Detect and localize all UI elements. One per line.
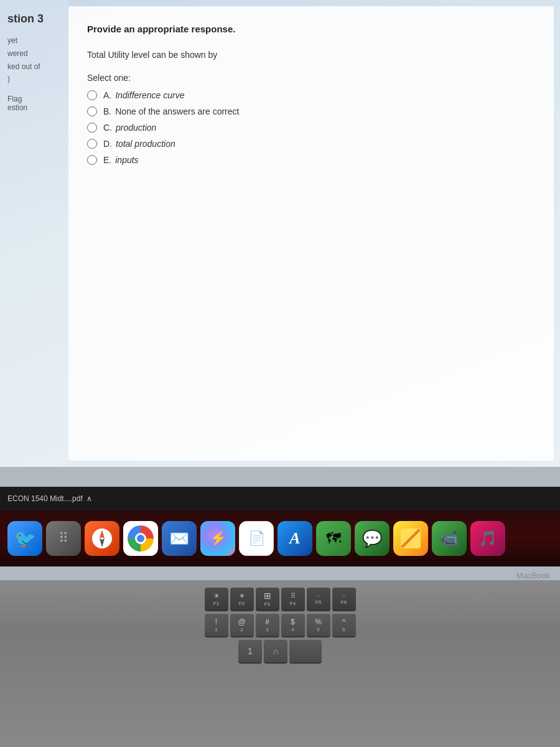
option-letter-0: A. (103, 90, 111, 100)
dock-icon-facetime[interactable]: 📹 (432, 521, 467, 556)
sidebar-status-answered: wered (7, 49, 61, 59)
option-e[interactable]: E.inputs (87, 155, 529, 165)
option-text-1: None of the answers are correct (115, 106, 239, 116)
dock-icon-finder[interactable]: 🐦 (7, 521, 42, 556)
key-f1[interactable]: ☀ F1 (205, 588, 228, 611)
key-hash[interactable]: # 3 (256, 614, 279, 637)
keyboard-bottom-row: 1 ∩ (6, 640, 554, 664)
keyboard-number-row: ! 1 @ 2 # 3 $ 4 % 5 ^ 6 (6, 614, 554, 637)
option-letter-1: B. (103, 106, 111, 116)
key-f3[interactable]: ⊞ F3 (256, 588, 279, 611)
dock-icon-compass[interactable] (85, 521, 119, 556)
sidebar-status-not-yet: yet (7, 35, 61, 46)
dock-icon-blank[interactable]: 📄 (239, 521, 274, 556)
macbook-brand-label: MacBook (516, 571, 550, 580)
sidebar-question-label: estion (7, 103, 61, 112)
key-1[interactable]: 1 (238, 640, 262, 664)
option-letter-4: E. (103, 155, 111, 165)
screen-area: stion 3 yet wered ked out of ) Flag esti… (0, 0, 560, 467)
option-text-2: production (116, 123, 156, 133)
sidebar-flag-label: Flag (7, 95, 61, 103)
option-letter-3: D. (103, 139, 112, 149)
dock-icon-siri[interactable]: ⚡ (200, 521, 235, 556)
key-2-letter[interactable]: ∩ (264, 640, 287, 664)
key-percent[interactable]: % 5 (307, 614, 330, 637)
question-text: Total Utility level can be shown by (87, 48, 529, 62)
option-text-4: inputs (115, 155, 138, 165)
question-instruction: Provide an appropriate response. (87, 24, 529, 34)
radio-e[interactable] (87, 155, 97, 165)
key-f2[interactable]: ☀ F2 (230, 588, 254, 611)
sidebar-flag[interactable]: Flag estion (7, 95, 61, 112)
key-dollar[interactable]: $ 4 (281, 614, 305, 637)
radio-d[interactable] (87, 139, 97, 149)
key-at[interactable]: @ 2 (230, 614, 254, 637)
taskbar-chevron[interactable]: ∧ (86, 494, 92, 503)
key-f5[interactable]: ·:· F5 (307, 588, 330, 611)
dock-icon-appstore[interactable]: A (278, 521, 312, 556)
sidebar-marked-out: ked out of (7, 62, 61, 72)
taskbar-label[interactable]: ECON 1540 Midt....pdf (7, 494, 83, 503)
option-letter-2: C. (103, 123, 112, 133)
dock-icon-launchpad[interactable]: ⠿ (46, 521, 81, 556)
option-text-3: total production (116, 139, 175, 149)
key-caret[interactable]: ^ 6 (332, 614, 356, 637)
dock-icon-notes[interactable] (393, 521, 428, 556)
key-f6[interactable]: ·:· F6 (332, 588, 356, 611)
sidebar: stion 3 yet wered ked out of ) Flag esti… (0, 0, 68, 467)
dock-icon-music[interactable]: 🎵 (470, 521, 505, 556)
radio-a[interactable] (87, 90, 97, 100)
option-text-0: Indifference curve (115, 90, 184, 100)
dock-icon-messages[interactable]: 💬 (355, 521, 390, 556)
key-exclaim[interactable]: ! 1 (205, 614, 228, 637)
radio-c[interactable] (87, 123, 97, 133)
option-c[interactable]: C.production (87, 123, 529, 133)
radio-b[interactable] (87, 106, 97, 116)
dock: 🐦 ⠿ ✉️ ⚡ 📄 A 🗺 💬 (0, 510, 560, 566)
sidebar-question-number: stion 3 (7, 12, 61, 26)
select-one-label: Select one: (87, 73, 529, 83)
option-b[interactable]: B.None of the answers are correct (87, 106, 529, 116)
main-content: Provide an appropriate response. Total U… (68, 6, 554, 461)
sidebar-marked-val: ) (7, 74, 61, 85)
dock-icon-mail[interactable]: ✉️ (162, 521, 197, 556)
dock-icon-maps[interactable]: 🗺 (316, 521, 351, 556)
dock-icon-chrome[interactable] (123, 521, 158, 556)
taskbar: ECON 1540 Midt....pdf ∧ (0, 487, 560, 510)
options-list: A.Indifference curveB.None of the answer… (87, 90, 529, 165)
key-f4[interactable]: ⠿ F4 (281, 588, 305, 611)
keyboard-fn-row: ☀ F1 ☀ F2 ⊞ F3 ⠿ F4 ·:· F5 ·:· F6 (6, 588, 554, 611)
option-a[interactable]: A.Indifference curve (87, 90, 529, 100)
keyboard: ☀ F1 ☀ F2 ⊞ F3 ⠿ F4 ·:· F5 ·:· F6 ! 1 (0, 580, 560, 747)
option-d[interactable]: D.total production (87, 139, 529, 149)
key-spacebar[interactable] (289, 640, 322, 664)
